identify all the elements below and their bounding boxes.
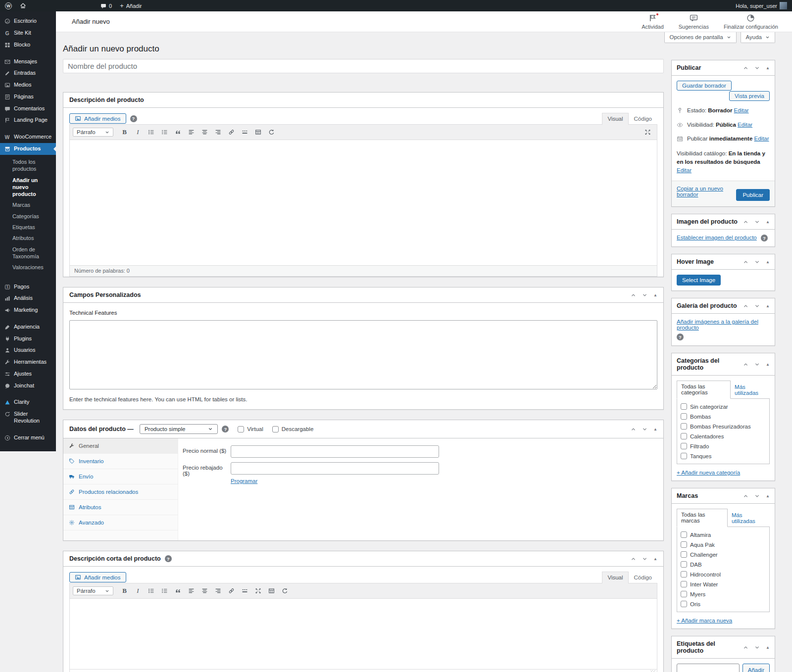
admin-bar-comments[interactable]: 0: [100, 3, 112, 9]
align-center-button[interactable]: [198, 127, 211, 138]
fullscreen-button[interactable]: [252, 585, 264, 596]
order-down-icon[interactable]: [754, 645, 760, 650]
sidebar-item-site-kit[interactable]: GSite Kit: [0, 27, 56, 39]
order-up-icon[interactable]: [743, 645, 748, 650]
help-icon[interactable]: ?: [222, 426, 229, 432]
add-media-button[interactable]: Añadir medios: [69, 113, 126, 124]
insert-link-button[interactable]: [225, 585, 238, 596]
brand-checkbox[interactable]: [681, 561, 687, 568]
collapse-toggle-icon[interactable]: ▲: [766, 494, 770, 498]
tab-envio[interactable]: Envío: [63, 469, 178, 484]
add-tag-button[interactable]: Añadir: [742, 664, 770, 672]
distraction-free-button[interactable]: [279, 585, 291, 596]
most-used-tab[interactable]: Más utilizadas: [731, 382, 770, 399]
collapse-toggle-icon[interactable]: ▲: [653, 557, 657, 561]
copy-draft-link[interactable]: Copiar a un nuevo borrador: [677, 186, 732, 197]
read-more-button[interactable]: [239, 127, 251, 138]
brand-checkbox[interactable]: [681, 551, 687, 558]
brand-checkbox[interactable]: [681, 581, 687, 587]
product-name-input[interactable]: [63, 59, 664, 73]
sidebar-item-herramientas[interactable]: Herramientas: [0, 356, 56, 368]
help-icon[interactable]: ?: [165, 555, 172, 562]
order-down-icon[interactable]: [642, 427, 647, 432]
account-menu[interactable]: Hola, super_user: [736, 2, 787, 9]
blockquote-button[interactable]: [172, 127, 184, 138]
collapse-toggle-icon[interactable]: ▲: [766, 645, 770, 650]
tab-atributos[interactable]: Atributos: [63, 500, 178, 515]
category-checkbox[interactable]: [681, 453, 687, 459]
submenu-item-marcas[interactable]: Marcas: [0, 199, 56, 210]
sidebar-item-cerrar-menu[interactable]: Cerrar menú: [0, 432, 56, 444]
toolbar-toggle-button[interactable]: [265, 585, 278, 596]
tab-inventario[interactable]: Inventario: [63, 454, 178, 469]
order-down-icon[interactable]: [754, 493, 760, 499]
help-icon[interactable]: ?: [761, 235, 768, 241]
sidebar-item-marketing[interactable]: Marketing: [0, 304, 56, 316]
visit-site-button[interactable]: [20, 2, 26, 9]
visual-tab[interactable]: Visual: [602, 113, 628, 125]
tab-productos-relacionados[interactable]: Productos relacionados: [63, 484, 178, 500]
collapse-toggle-icon[interactable]: ▲: [766, 66, 770, 70]
align-left-button[interactable]: [185, 127, 198, 138]
short-description-editor-area[interactable]: [70, 599, 657, 669]
bulleted-list-button[interactable]: [145, 585, 157, 596]
collapse-toggle-icon[interactable]: ▲: [653, 293, 657, 297]
align-right-button[interactable]: [212, 585, 224, 596]
order-down-icon[interactable]: [642, 556, 647, 562]
order-up-icon[interactable]: [743, 303, 748, 309]
code-tab[interactable]: Código: [629, 572, 657, 583]
add-category-link[interactable]: + Añadir nueva categoría: [677, 470, 740, 476]
sidebar-item-paginas[interactable]: Páginas: [0, 91, 56, 103]
submenu-item-orden-taxonomia[interactable]: Orden de Taxonomía: [0, 244, 56, 262]
sidebar-item-apariencia[interactable]: Apariencia: [0, 321, 56, 333]
read-more-button[interactable]: [239, 585, 251, 596]
brand-checkbox[interactable]: [681, 541, 687, 548]
code-tab[interactable]: Código: [629, 113, 657, 125]
order-up-icon[interactable]: [743, 65, 748, 71]
numbered-list-button[interactable]: [158, 127, 171, 138]
bold-button[interactable]: B: [118, 585, 131, 596]
publish-button[interactable]: Publicar: [736, 189, 770, 201]
category-checkbox[interactable]: [681, 423, 687, 430]
edit-visibility-link[interactable]: Editar: [738, 122, 752, 128]
add-media-button[interactable]: Añadir medios: [69, 572, 126, 582]
collapse-toggle-icon[interactable]: ▲: [653, 427, 657, 432]
set-product-image-link[interactable]: Establecer imagen del producto: [677, 235, 757, 240]
add-gallery-images-link[interactable]: Añadir imágenes a la galería del product…: [677, 319, 758, 331]
order-up-icon[interactable]: [631, 292, 636, 298]
category-checkbox[interactable]: [681, 433, 687, 439]
save-draft-button[interactable]: Guardar borrador: [677, 81, 732, 91]
help-button[interactable]: Ayuda: [741, 32, 775, 43]
downloadable-checkbox[interactable]: [272, 426, 279, 432]
bulleted-list-button[interactable]: [145, 127, 157, 138]
align-left-button[interactable]: [185, 585, 198, 596]
tab-general[interactable]: General: [63, 438, 178, 454]
order-up-icon[interactable]: [743, 219, 748, 225]
order-down-icon[interactable]: [754, 259, 760, 265]
brand-checkbox[interactable]: [681, 531, 687, 538]
finish-setup-button[interactable]: Finalizar configuración: [724, 14, 778, 30]
submenu-item-etiquetas[interactable]: Etiquetas: [0, 222, 56, 233]
order-up-icon[interactable]: [743, 493, 748, 499]
sidebar-item-comentarios[interactable]: Comentarios: [0, 103, 56, 115]
blockquote-button[interactable]: [172, 585, 184, 596]
screen-options-button[interactable]: Opciones de pantalla: [664, 32, 737, 43]
product-type-select[interactable]: Producto simple: [140, 424, 218, 434]
collapse-toggle-icon[interactable]: ▲: [766, 220, 770, 224]
sidebar-item-blocko[interactable]: Blocko: [0, 39, 56, 51]
italic-button[interactable]: I: [132, 585, 144, 596]
paragraph-style-select[interactable]: Párrafo: [73, 586, 113, 595]
order-down-icon[interactable]: [754, 65, 760, 71]
add-brand-link[interactable]: + Añadir marca nueva: [677, 618, 732, 624]
sidebar-item-slider-revolution[interactable]: Slider Revolution: [0, 408, 56, 427]
align-right-button[interactable]: [212, 127, 224, 138]
category-checkbox[interactable]: [681, 443, 687, 449]
brand-checkbox[interactable]: [681, 601, 687, 607]
activity-button[interactable]: Actividad: [642, 14, 664, 30]
align-center-button[interactable]: [198, 585, 211, 596]
collapse-toggle-icon[interactable]: ▲: [766, 362, 770, 367]
schedule-link[interactable]: Programar: [231, 478, 257, 484]
sidebar-item-analisis[interactable]: Análisis: [0, 292, 56, 304]
order-up-icon[interactable]: [631, 556, 636, 562]
edit-status-link[interactable]: Editar: [734, 107, 749, 113]
